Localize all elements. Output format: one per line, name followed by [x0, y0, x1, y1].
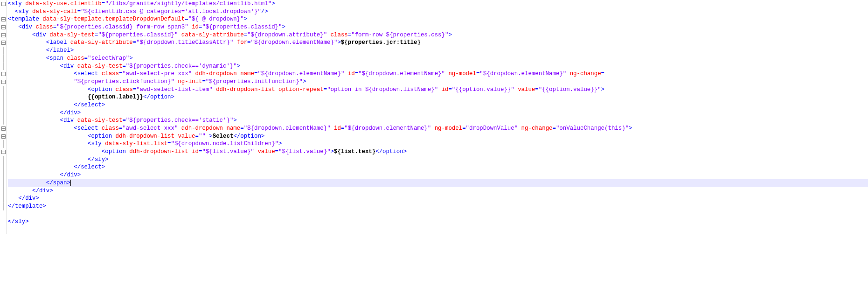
token-plain	[74, 63, 77, 70]
code-line[interactable]: </div>	[8, 195, 868, 203]
fold-collapse-icon[interactable]	[0, 0, 7, 8]
token-txt: {{option.label}}	[88, 94, 143, 100]
fold-guide-icon	[0, 179, 7, 187]
code-line[interactable]: <select class="awd-select xxx" ddh-dropd…	[8, 125, 868, 133]
fold-collapse-icon[interactable]	[0, 70, 7, 78]
code-line[interactable]: <option ddh-dropdown-list value="" >Sele…	[8, 133, 868, 140]
token-plain	[188, 24, 192, 30]
token-tag: =	[122, 63, 125, 70]
code-line[interactable]: </sly>	[8, 156, 868, 164]
token-attr: ng-change	[521, 125, 553, 132]
fold-collapse-icon[interactable]	[0, 39, 7, 47]
fold-collapse-icon[interactable]	[0, 133, 7, 140]
token-tag: >	[303, 78, 306, 85]
fold-guide-icon	[0, 187, 7, 195]
token-str: "option in ${dropdown.listName}"	[327, 86, 438, 93]
code-line[interactable]: "${properties.clickfunction}" ng-init="$…	[8, 78, 868, 86]
code-line[interactable]: </div>	[8, 171, 868, 179]
code-line[interactable]: </select>	[8, 101, 868, 109]
token-plain	[8, 102, 74, 108]
code-line[interactable]: <select class="awd-select-pre xxx" ddh-d…	[8, 70, 868, 78]
code-line[interactable]: </div>	[8, 187, 868, 195]
text-caret	[70, 180, 71, 186]
fold-guide-icon	[0, 218, 7, 226]
token-plain	[112, 86, 115, 93]
code-line[interactable]: <div class="${properties.classid} form-r…	[8, 23, 868, 31]
token-plain	[8, 110, 60, 116]
code-line[interactable]: <sly data-sly-list.list="${dropdown.node…	[8, 140, 868, 148]
token-plain	[98, 125, 101, 132]
fold-collapse-icon[interactable]	[0, 78, 7, 86]
fold-gutter[interactable]	[0, 0, 7, 234]
code-line[interactable]: </select>	[8, 163, 868, 171]
token-plain	[8, 39, 46, 46]
token-tag: =	[185, 16, 188, 22]
token-str: "onValueChange(this)"	[556, 125, 629, 132]
token-plain	[275, 86, 278, 93]
token-plain	[8, 188, 32, 194]
code-line[interactable]: <div data-sly-test="${properties.classid…	[8, 31, 868, 39]
token-plain	[8, 117, 60, 124]
token-str: "${ @ dropdown}"	[188, 16, 244, 22]
code-line[interactable]: <sly data-sly-call="${clientLib.css @ ca…	[8, 8, 868, 16]
code-line[interactable]: </span>	[8, 179, 868, 187]
code-line[interactable]: </sly>	[8, 218, 868, 226]
code-line[interactable]: <template data-sly-template.templateDrop…	[8, 15, 868, 23]
token-tag: >	[629, 125, 632, 132]
token-tag: =	[275, 148, 278, 155]
token-attr: ng-init	[178, 78, 202, 85]
token-plain	[8, 94, 88, 100]
code-line[interactable]: <div data-sly-test="${properties.check==…	[8, 117, 868, 125]
fold-collapse-icon[interactable]	[0, 125, 7, 133]
code-line[interactable]: <span class="selectWrap">	[8, 55, 868, 63]
code-line[interactable]: <label data-sly-attribute="${dropdown.ti…	[8, 39, 868, 47]
token-attr: name	[240, 70, 254, 77]
token-plain	[178, 125, 181, 132]
token-str: "${properties.initfunction}"	[206, 78, 303, 85]
token-plain	[233, 39, 236, 46]
code-area[interactable]: <sly data-sly-use.clientlib="/libs/grani…	[7, 0, 868, 234]
token-str: "${dropdown.elementName}"	[479, 70, 566, 77]
code-line[interactable]: </label>	[8, 47, 868, 55]
token-plain	[8, 164, 74, 170]
token-tag: </sly>	[8, 218, 29, 225]
code-line[interactable]: </template>	[8, 203, 868, 210]
token-str: "selectWrap"	[88, 55, 129, 62]
fold-collapse-icon[interactable]	[0, 31, 7, 39]
code-line[interactable]: <div data-sly-test="${properties.check==…	[8, 63, 868, 70]
code-editor[interactable]: <sly data-sly-use.clientlib="/libs/grani…	[0, 0, 868, 234]
token-tag: <option	[88, 133, 112, 140]
token-attr: class	[67, 55, 84, 62]
token-plain	[514, 86, 518, 93]
fold-collapse-icon[interactable]	[0, 148, 7, 156]
token-attr: class	[331, 32, 348, 38]
token-tag: >	[209, 133, 212, 140]
token-str: "${dropdown.attribute}"	[247, 32, 327, 38]
token-attr: name	[227, 125, 241, 132]
code-line[interactable]: </div>	[8, 109, 868, 117]
fold-collapse-icon[interactable]	[0, 23, 7, 31]
token-tag: =	[601, 70, 604, 77]
token-plain	[331, 125, 334, 132]
token-plain	[566, 70, 569, 77]
token-tag: >	[237, 63, 240, 70]
token-plain	[8, 86, 88, 93]
token-plain	[8, 156, 88, 163]
token-plain	[431, 125, 434, 132]
token-tag: =	[240, 125, 243, 132]
token-tag: </span>	[46, 180, 70, 186]
code-line[interactable]: <sly data-sly-use.clientlib="/libs/grani…	[8, 0, 868, 8]
fold-collapse-icon[interactable]	[0, 15, 7, 23]
token-str: "${dropdown.titleClassAttr}"	[136, 39, 233, 46]
token-plain	[192, 70, 195, 77]
token-tag: </label>	[46, 47, 74, 54]
token-str: "awd-select-pre xxx"	[122, 70, 192, 77]
code-line[interactable]: {{option.label}}</option>	[8, 93, 868, 101]
token-plain	[29, 8, 32, 15]
token-tag: >	[233, 117, 236, 124]
code-line[interactable]: <option class="awd-select-list-item" ddh…	[8, 86, 868, 94]
code-line[interactable]: <option ddh-dropdown-list id="${list.val…	[8, 148, 868, 156]
token-tag: >	[129, 55, 132, 62]
code-line[interactable]	[8, 210, 868, 218]
token-attr: data-sly-test	[49, 32, 95, 38]
